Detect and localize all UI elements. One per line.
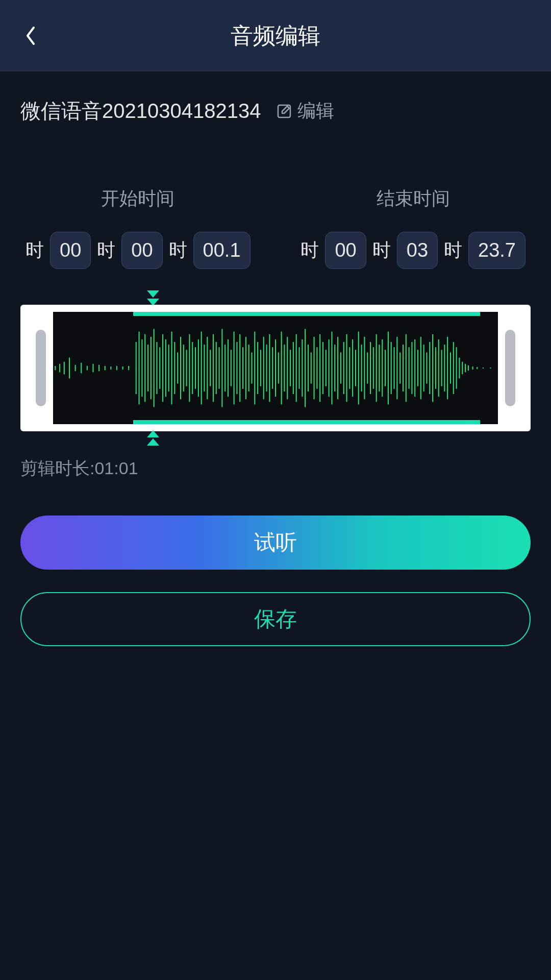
preview-button[interactable]: 试听 (20, 516, 531, 570)
right-handle[interactable] (505, 330, 515, 406)
time-section: 开始时间 时 00 时 00 时 00.1 结束时间 时 00 时 03 时 2… (20, 186, 531, 269)
start-time-column: 开始时间 时 00 时 00 时 00.1 (26, 186, 251, 269)
unit-label: 时 (372, 238, 391, 263)
triangle-down-icon (147, 290, 159, 298)
left-handle[interactable] (36, 330, 46, 406)
end-hour-input[interactable]: 00 (325, 232, 366, 269)
unit-label: 时 (300, 238, 319, 263)
header: 音频编辑 (0, 0, 551, 71)
edit-label: 编辑 (297, 99, 334, 124)
triangle-up-icon (147, 438, 159, 446)
waveform-svg (53, 316, 498, 420)
start-min-input[interactable]: 00 (121, 232, 162, 269)
start-time-label: 开始时间 (101, 186, 174, 211)
page-title: 音频编辑 (20, 21, 531, 51)
back-button[interactable] (20, 26, 41, 46)
start-time-inputs: 时 00 时 00 时 00.1 (26, 232, 251, 269)
trim-duration-value: 01:01 (94, 458, 138, 478)
selection-bottom-bar (133, 420, 480, 424)
save-button[interactable]: 保存 (20, 592, 531, 646)
filename-text: 微信语音20210304182134 (20, 97, 261, 125)
edit-icon (276, 103, 292, 119)
action-buttons: 试听 保存 (20, 516, 531, 646)
end-time-inputs: 时 00 时 03 时 23.7 (300, 232, 525, 269)
triangle-up-icon (147, 430, 159, 437)
end-sec-input[interactable]: 23.7 (468, 232, 525, 269)
end-time-label: 结束时间 (377, 186, 450, 211)
unit-label: 时 (97, 238, 115, 263)
filename-row: 微信语音20210304182134 编辑 (20, 97, 531, 125)
end-min-input[interactable]: 03 (397, 232, 438, 269)
unit-label: 时 (26, 238, 44, 263)
end-time-column: 结束时间 时 00 时 03 时 23.7 (300, 186, 525, 269)
waveform-box (20, 305, 531, 431)
trim-duration-label: 剪辑时长: (20, 458, 94, 478)
rename-button[interactable]: 编辑 (276, 99, 334, 124)
selection-marker-bottom[interactable] (147, 429, 159, 446)
waveform-container (20, 305, 531, 431)
start-hour-input[interactable]: 00 (50, 232, 91, 269)
content: 微信语音20210304182134 编辑 开始时间 时 00 时 00 时 0… (0, 71, 551, 480)
start-sec-input[interactable]: 00.1 (193, 232, 251, 269)
unit-label: 时 (169, 238, 187, 263)
chevron-left-icon (24, 26, 37, 46)
selection-top-bar (133, 312, 480, 316)
trim-duration: 剪辑时长:01:01 (20, 457, 531, 480)
unit-label: 时 (444, 238, 462, 263)
waveform-area[interactable] (53, 312, 498, 424)
